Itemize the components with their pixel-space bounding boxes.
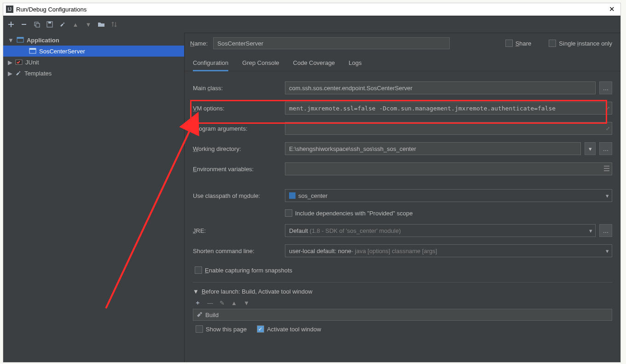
program-args-input[interactable]: ⤢ (285, 122, 612, 135)
browse-workdir-button[interactable]: … (599, 142, 612, 155)
tree-node-application[interactable]: ▼ Application (3, 35, 184, 46)
jre-dropdown[interactable]: Default (1.8 - SDK of 'sos_center' modul… (285, 224, 596, 237)
expand-icon[interactable]: ⤢ (606, 105, 610, 111)
svg-rect-1 (36, 23, 40, 27)
before-launch-item-build[interactable]: Build (193, 309, 612, 321)
tree-node-templates[interactable]: ▶ Templates (3, 68, 184, 79)
chevron-down-icon: ▾ (606, 192, 609, 199)
tree-item-soscenterserver[interactable]: SosCenterServer (3, 46, 184, 57)
form-snapshots-checkbox[interactable]: Enable capturing form snapshots (195, 266, 292, 274)
svg-rect-3 (48, 22, 51, 23)
chevron-down-icon: ▼ (8, 37, 14, 44)
browse-jre-button[interactable]: … (599, 224, 612, 237)
move-down-icon[interactable]: ▼ (243, 300, 249, 306)
classpath-label: Use classpath of module: (193, 192, 285, 199)
close-icon[interactable]: ✕ (606, 5, 618, 13)
name-input[interactable] (213, 37, 450, 49)
vm-options-label: VM options: (193, 105, 285, 112)
chevron-down-icon: ▾ (606, 248, 609, 254)
tab-code-coverage[interactable]: Code Coverage (293, 56, 335, 71)
svg-rect-5 (17, 37, 23, 39)
junit-icon (15, 58, 23, 66)
working-dir-label: Working directory: (193, 145, 285, 152)
chevron-down-icon: ▾ (589, 227, 592, 234)
chevron-down-icon: ▼ (193, 288, 199, 295)
checkmark-icon: ✓ (257, 325, 264, 333)
remove-task-icon[interactable]: — (207, 300, 213, 306)
vm-options-input[interactable]: ment.jmxremote.ssl=false -Dcom.sun.manag… (285, 102, 612, 115)
move-up-icon[interactable]: ▲ (231, 300, 237, 306)
shorten-label: Shorten command line: (193, 248, 285, 254)
config-form-panel: Name: Share Single instance only Configu… (185, 33, 620, 362)
move-up-icon[interactable]: ▲ (71, 20, 80, 29)
browse-main-class-button[interactable]: … (599, 81, 612, 94)
list-icon[interactable] (603, 166, 610, 172)
main-class-label: Main class: (193, 85, 285, 92)
chevron-right-icon: ▶ (8, 70, 12, 77)
history-dropdown-button[interactable]: ▾ (585, 142, 596, 155)
application-icon (29, 47, 36, 55)
sort-icon[interactable] (110, 20, 118, 29)
tree-node-junit[interactable]: ▶ JUnit (3, 57, 184, 68)
show-this-page-checkbox[interactable]: Show this page (196, 325, 247, 333)
env-vars-label: Environment variables: (193, 166, 285, 173)
folder-icon[interactable] (97, 20, 105, 29)
tree-label: SosCenterServer (39, 48, 85, 55)
move-down-icon[interactable]: ▼ (84, 20, 93, 29)
dialog-window: IJ Run/Debug Configurations ✕ ▲ ▼ ▼ Appl… (3, 3, 621, 363)
save-icon[interactable] (46, 20, 54, 29)
chevron-right-icon: ▶ (8, 59, 12, 66)
before-launch-header[interactable]: ▼ Before launch: Build, Activate tool wi… (193, 288, 612, 295)
tree-label: Application (27, 37, 59, 44)
shorten-cmd-dropdown[interactable]: user-local default: none - java [options… (285, 244, 612, 257)
config-tree: ▼ Application SosCenterServer ▶ JUnit ▶ (3, 33, 185, 362)
module-icon (289, 192, 296, 199)
activate-tool-window-checkbox[interactable]: ✓ Activate tool window (257, 325, 321, 333)
app-icon: IJ (6, 6, 13, 13)
add-icon[interactable] (7, 20, 15, 29)
tab-logs[interactable]: Logs (349, 56, 362, 71)
working-dir-input[interactable]: E:\shengshiworkspace\ssh_sos\ssh_sos_cen… (285, 142, 581, 155)
env-vars-input[interactable] (285, 162, 612, 175)
jre-label: JRE: (193, 227, 285, 234)
wrench-icon (15, 70, 22, 76)
name-label: Name: (190, 40, 208, 47)
provided-scope-checkbox[interactable]: Include dependencies with "Provided" sco… (285, 209, 413, 217)
config-toolbar: ▲ ▼ (3, 16, 620, 33)
svg-rect-7 (29, 48, 36, 50)
main-class-input[interactable]: com.ssh.sos.center.endpoint.SosCenterSer… (285, 81, 596, 94)
program-args-label: Program arguments: (193, 125, 285, 132)
tabs: Configuration Grep Console Code Coverage… (185, 56, 620, 71)
tree-label: JUnit (25, 59, 39, 66)
edit-task-icon[interactable]: ✎ (220, 300, 225, 306)
titlebar: IJ Run/Debug Configurations ✕ (3, 3, 620, 15)
single-instance-checkbox[interactable]: Single instance only (549, 40, 612, 47)
classpath-module-dropdown[interactable]: sos_center ▾ (285, 189, 612, 202)
dialog-body: ▲ ▼ ▼ Application SosCenterServer ▶ (3, 16, 620, 362)
share-checkbox[interactable]: Share (505, 40, 532, 47)
add-task-icon[interactable]: ＋ (195, 299, 201, 307)
remove-icon[interactable] (20, 20, 28, 29)
window-title: Run/Debug Configurations (16, 6, 606, 13)
tree-label: Templates (24, 70, 52, 77)
wrench-icon[interactable] (58, 20, 67, 29)
tab-grep-console[interactable]: Grep Console (242, 56, 279, 71)
tab-configuration[interactable]: Configuration (193, 56, 228, 71)
hammer-icon (196, 312, 203, 318)
copy-icon[interactable] (33, 20, 41, 29)
expand-icon[interactable]: ⤢ (606, 126, 610, 132)
application-icon (17, 36, 24, 44)
